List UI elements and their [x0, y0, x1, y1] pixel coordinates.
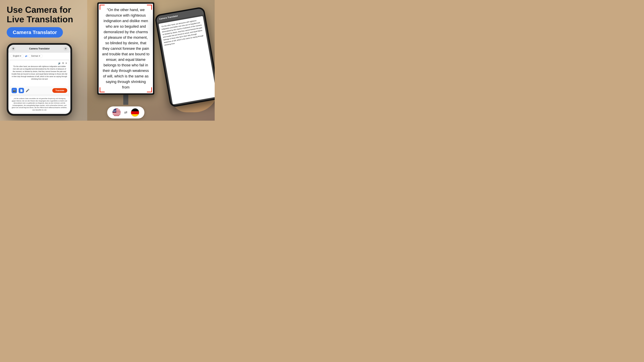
- headline-line1: Use Camera for: [7, 5, 71, 14]
- speaker-icon[interactable]: 🔊: [58, 62, 61, 64]
- left-panel: Use Camera for Live Translation Camera T…: [0, 0, 87, 121]
- svg-text:★★: ★★: [113, 111, 116, 112]
- flag-bar: ★★★ ★★ ⇄: [107, 106, 144, 118]
- phone2-text: "On the other hand, we denounce with rig…: [161, 19, 204, 46]
- swap-languages-icon[interactable]: ⇄: [25, 54, 27, 58]
- phone2-screen: Camera Translator "On the other hand, we…: [156, 8, 215, 106]
- translated-text-block: „Auf der anderen Seite verurteilen wir m…: [10, 96, 69, 113]
- corner-bracket-bl: [100, 87, 105, 92]
- phone2-text-area: "On the other hand, we denounce with rig…: [158, 16, 215, 104]
- flag-de: [131, 108, 139, 117]
- translated-text: „Auf der anderen Seite verurteilen wir m…: [12, 98, 67, 111]
- microphone-icon[interactable]: 🎤: [26, 89, 29, 92]
- source-lang-label: English: [13, 55, 20, 57]
- phone2-mockup: Camera Translator "On the other hand, we…: [154, 6, 215, 108]
- target-lang-label: German: [31, 55, 38, 57]
- app-badge[interactable]: Camera Translator: [7, 27, 63, 37]
- svg-rect-14: [131, 114, 139, 117]
- svg-rect-4: [112, 113, 121, 114]
- main-headline: Use Camera for Live Translation: [7, 5, 73, 24]
- billboard: "On the other hand, we denounce with rig…: [97, 2, 154, 95]
- right-section: Camera Translator "On the other hand, we…: [151, 0, 215, 121]
- de-flag-svg: [131, 108, 139, 117]
- copy-icon[interactable]: ⧉: [62, 62, 64, 64]
- text-tools: 🔊 ⧉ ✕: [10, 61, 69, 65]
- flag-us: ★★★ ★★: [112, 108, 121, 117]
- history-icon[interactable]: ↺: [64, 46, 68, 51]
- target-lang-chevron: ▾: [39, 55, 40, 57]
- svg-rect-12: [131, 108, 139, 111]
- phone2-wrapper: Camera Translator "On the other hand, we…: [163, 13, 213, 107]
- headline-line2: Live Translation: [7, 14, 73, 24]
- billboard-text: "On the other hand, we denounce with rig…: [102, 7, 150, 90]
- document-icon[interactable]: 📄: [18, 88, 24, 93]
- target-lang-button[interactable]: German ▾: [28, 54, 42, 58]
- corner-bracket-tl: [100, 5, 105, 10]
- language-row: English ▾ ⇄ German ▾: [8, 53, 70, 59]
- settings-icon[interactable]: ⚙: [11, 46, 16, 51]
- svg-rect-6: [112, 116, 121, 116]
- phone-mockup: ⚙ Camera Translator ↺ English ▾ ⇄ German…: [7, 43, 72, 116]
- us-flag-svg: ★★★ ★★: [112, 108, 121, 117]
- svg-rect-13: [131, 111, 139, 114]
- input-text-block: 🔊 ⧉ ✕ "On the other hand, we denounce wi…: [10, 60, 69, 94]
- phone-screen: ⚙ Camera Translator ↺ English ▾ ⇄ German…: [8, 45, 70, 114]
- source-lang-chevron: ▾: [20, 55, 21, 57]
- billboard-screen: "On the other hand, we denounce with rig…: [98, 4, 153, 93]
- source-lang-button[interactable]: English ▾: [10, 54, 24, 58]
- center-section: "On the other hand, we denounce with rig…: [90, 0, 161, 121]
- phone-title: Camera Translator: [29, 47, 50, 50]
- input-text-content: "On the other hand, we denounce with rig…: [10, 65, 69, 87]
- translate-button[interactable]: Translate: [52, 88, 67, 93]
- bottom-toolbar: 📷 📄 🎤 Translate: [10, 87, 69, 94]
- flag-swap-icon[interactable]: ⇄: [124, 110, 127, 115]
- camera-icon[interactable]: 📷: [12, 88, 17, 93]
- billboard-stand: [123, 95, 128, 105]
- close-icon[interactable]: ✕: [65, 62, 67, 64]
- phone-topbar: ⚙ Camera Translator ↺: [8, 45, 70, 53]
- phone2-title: Camera Translator: [159, 14, 178, 20]
- svg-rect-5: [112, 114, 121, 115]
